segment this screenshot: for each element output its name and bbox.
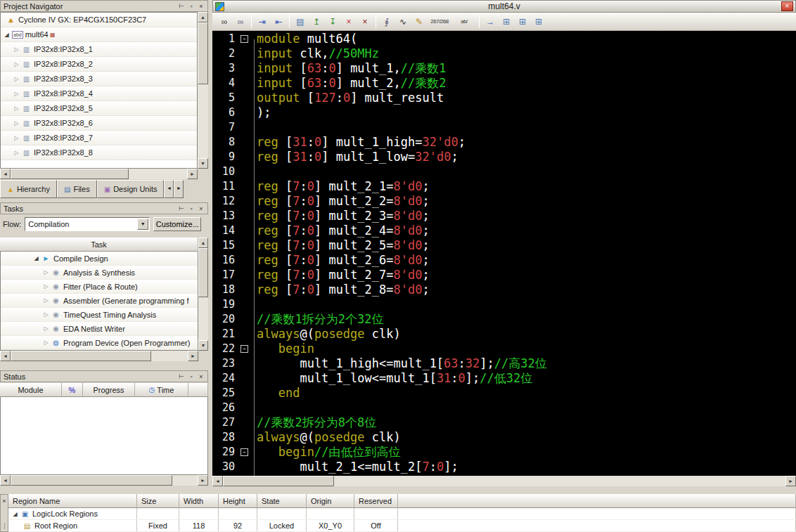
scrollbar-track[interactable] xyxy=(11,351,188,361)
expander-icon[interactable]: ◢ xyxy=(32,255,41,261)
task-item[interactable]: ◢►Compile Design xyxy=(1,252,198,266)
task-column-header[interactable]: Task xyxy=(0,238,198,252)
vertical-scrollbar[interactable]: ▲ ▼ xyxy=(198,238,208,351)
close-icon[interactable]: × xyxy=(1,496,8,505)
code-line[interactable]: 16reg [7:0] mult_2_6=8'd0; xyxy=(212,253,796,268)
pin-icon[interactable]: ⊥ xyxy=(177,1,186,11)
scrollbar-thumb[interactable] xyxy=(223,476,334,486)
scroll-left-button[interactable]: ◄ xyxy=(212,476,223,486)
customize-button[interactable]: Customize... xyxy=(153,217,201,231)
region-row[interactable]: ◢▣LogicLock Regions xyxy=(8,508,796,520)
code-line[interactable]: 9reg [31:0] mult_1_low=32'd0; xyxy=(212,150,796,164)
expander-icon[interactable]: ▷ xyxy=(12,46,21,53)
code-line[interactable]: 11reg [7:0] mult_2_1=8'd0; xyxy=(212,179,796,194)
tree-item-ip[interactable]: ▷▥IP32x8:IP32x8_3 xyxy=(1,72,197,86)
expander-icon[interactable]: ▷ xyxy=(12,91,21,97)
edit-pencil-icon[interactable]: ✎ xyxy=(411,14,427,30)
expander-icon[interactable]: ▷ xyxy=(12,135,21,141)
scrollbar-thumb[interactable] xyxy=(11,475,172,486)
scroll-left-button[interactable]: ◄ xyxy=(0,351,11,361)
tree-item-ip[interactable]: ▷▥IP32x8:IP32x8_2 xyxy=(1,57,197,72)
horizontal-scrollbar[interactable]: ◄ ► xyxy=(0,475,208,486)
scroll-down-button[interactable]: ▼ xyxy=(198,340,208,351)
increase-indent-icon[interactable]: ⇥ xyxy=(255,14,270,30)
tree-item-ip[interactable]: ▷▥IP32x8:IP32x8_6 xyxy=(1,116,197,131)
expander-icon[interactable]: ▷ xyxy=(41,297,51,304)
code-line[interactable]: 25 end xyxy=(212,386,796,401)
tree-item-ip[interactable]: ▷▥IP32x8:IP32x8_1 xyxy=(1,42,197,57)
fold-toggle-icon[interactable]: - xyxy=(240,35,248,43)
decrease-indent-icon[interactable]: ⇤ xyxy=(271,14,286,30)
code-line[interactable]: 8reg [31:0] mult_1_high=32'd0; xyxy=(212,135,796,150)
code-line[interactable]: 29- begin//由低位到高位 xyxy=(212,445,796,460)
region-column-header[interactable]: Origin xyxy=(307,494,354,508)
tab-scroll-right[interactable]: ► xyxy=(174,180,184,198)
region-column-header[interactable]: Height xyxy=(219,494,257,508)
expander-icon[interactable]: ▷ xyxy=(41,283,51,290)
task-item[interactable]: ▷◉TimeQuest Timing Analysis xyxy=(1,308,198,322)
status-column-header[interactable]: ◷Time xyxy=(135,383,188,397)
code-line[interactable]: 26 xyxy=(212,401,796,415)
code-line[interactable]: 28always@(posedge clk) xyxy=(212,430,796,445)
word-select-icon[interactable]: ab/ xyxy=(452,14,476,30)
expander-icon[interactable]: ▷ xyxy=(41,325,51,332)
new-window-icon[interactable]: ⊞ xyxy=(531,14,546,30)
horizontal-scrollbar[interactable]: ◄ ► xyxy=(0,169,198,179)
task-item[interactable]: ▷◉Assembler (Generate programming f xyxy=(1,294,198,308)
flow-select[interactable]: Compilation ▼ xyxy=(25,217,150,231)
code-line[interactable]: 1-module mult64( xyxy=(212,32,796,46)
scroll-down-button[interactable]: ▼ xyxy=(198,158,208,169)
waveform-icon[interactable]: ∿ xyxy=(395,14,411,30)
code-editor[interactable]: 1-module mult64(2input clk,//50MHz3input… xyxy=(212,31,796,476)
pin-icon[interactable]: ⊥ xyxy=(177,204,186,214)
task-tree[interactable]: ◢►Compile Design▷◉Analysis & Synthesis▷◉… xyxy=(0,252,198,351)
close-icon[interactable]: × xyxy=(196,1,206,11)
vertical-scrollbar[interactable]: ▲ ▼ xyxy=(198,12,208,169)
goto-icon[interactable]: → xyxy=(482,14,498,30)
status-column-header[interactable]: Progress xyxy=(83,383,135,397)
horizontal-scrollbar[interactable]: ◄ ► xyxy=(0,351,198,361)
region-row[interactable]: ▤Root RegionFixed11892LockedX0_Y0Off xyxy=(8,520,796,532)
status-column-header[interactable]: Module xyxy=(0,383,62,397)
expander-icon[interactable]: ▷ xyxy=(12,76,21,82)
scroll-up-button[interactable]: ▲ xyxy=(198,238,208,248)
tab-scroll-left[interactable]: ◄ xyxy=(164,180,174,198)
code-line[interactable]: 30 mult_2_1<=mult_2[7:0]; xyxy=(212,460,796,474)
tree-item-ip[interactable]: ▷▥IP32x8:IP32x8_7 xyxy=(1,131,197,145)
task-item[interactable]: ▷◉Analysis & Synthesis xyxy=(1,266,198,280)
task-item[interactable]: ▷◉EDA Netlist Writer xyxy=(1,322,198,336)
tree-item-device[interactable]: ▲Cyclone IV GX: EP4CGX150CF23C7 xyxy=(1,13,197,27)
scroll-right-button[interactable]: ► xyxy=(785,476,796,486)
region-column-header[interactable]: State xyxy=(257,494,307,508)
scroll-up-button[interactable]: ▲ xyxy=(198,12,208,22)
expander-icon[interactable]: ▷ xyxy=(12,120,21,126)
scrollbar-thumb[interactable] xyxy=(198,248,208,297)
scrollbar-track[interactable] xyxy=(198,22,208,158)
dropdown-arrow-icon[interactable]: ▼ xyxy=(137,219,148,230)
float-icon[interactable]: ▫ xyxy=(186,204,196,213)
expander-icon[interactable]: ▷ xyxy=(41,311,51,318)
scrollbar-track[interactable] xyxy=(223,476,785,486)
delete-all-icon[interactable]: × xyxy=(357,14,373,30)
status-column-header[interactable]: % xyxy=(62,383,83,397)
code-line[interactable]: 17reg [7:0] mult_2_7=8'd0; xyxy=(212,268,796,283)
code-line[interactable]: 6); xyxy=(212,105,796,120)
scrollbar-thumb[interactable] xyxy=(11,351,151,361)
scroll-right-button[interactable]: ► xyxy=(187,169,198,179)
scrollbar-track[interactable] xyxy=(11,169,187,179)
scrollbar-track[interactable] xyxy=(11,475,198,486)
find-icon[interactable]: ∞ xyxy=(217,14,232,30)
scroll-right-button[interactable]: ► xyxy=(198,475,208,486)
code-line[interactable]: 22- begin xyxy=(212,342,796,356)
task-item[interactable]: ▷◍Program Device (Open Programmer) xyxy=(1,336,198,350)
code-line[interactable]: 12reg [7:0] mult_2_2=8'd0; xyxy=(212,194,796,209)
tab-files[interactable]: ▤Files xyxy=(57,180,97,198)
open-file-icon[interactable]: ▤ xyxy=(293,14,308,30)
code-line[interactable]: 24 mult_1_low<=mult_1[31:0];//低32位 xyxy=(212,371,796,386)
code-line[interactable]: 2input clk,//50MHz xyxy=(212,46,796,61)
close-icon[interactable]: × xyxy=(196,372,206,381)
code-line[interactable]: 20//乘数1拆分为2个32位 xyxy=(212,312,796,327)
horizontal-scrollbar[interactable]: ◄ ► xyxy=(212,476,796,486)
region-column-header[interactable]: Size xyxy=(137,494,179,508)
region-column-header[interactable]: Width xyxy=(179,494,219,508)
